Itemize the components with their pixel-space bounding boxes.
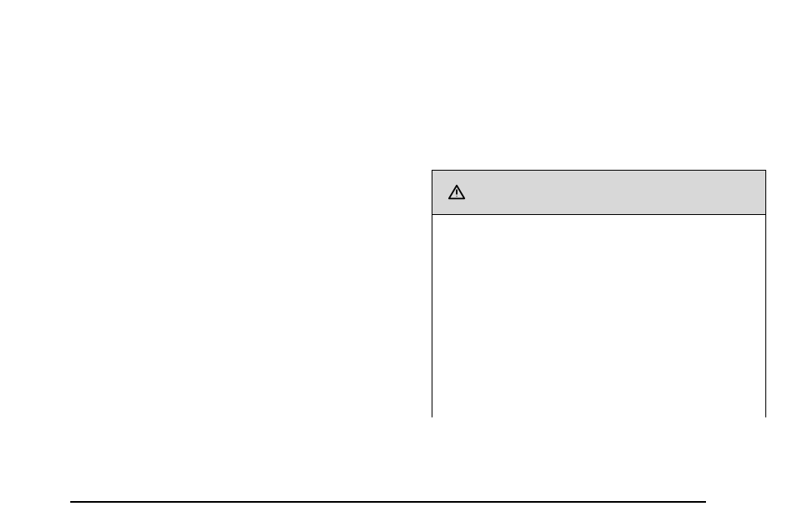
callout-box: [432, 170, 766, 417]
svg-point-2: [456, 196, 457, 197]
callout-header: [432, 171, 765, 215]
horizontal-rule: [70, 501, 706, 503]
warning-triangle-icon: [448, 183, 466, 202]
document-page: [0, 0, 798, 532]
callout-body: [432, 215, 765, 417]
